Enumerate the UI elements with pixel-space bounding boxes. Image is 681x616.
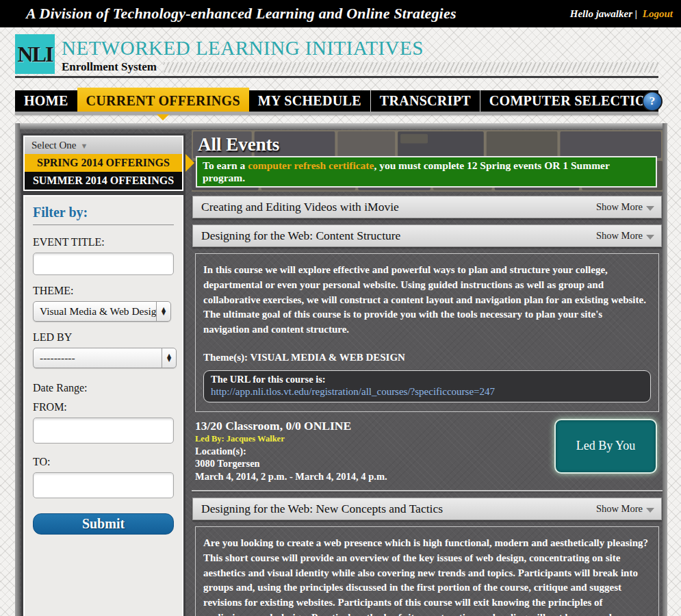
course-detail-panel: In this course we will explore effective… [195,253,659,412]
submit-button[interactable]: Submit [33,513,174,535]
course-url-box: The URL for this course is: http://app.n… [203,370,651,402]
nav-item-transcript[interactable]: TRANSCRIPT [370,90,480,112]
event-title-label: EVENT TITLE: [33,236,174,248]
led-by-select-value: ---------- [34,352,162,364]
show-more-toggle[interactable]: Show More [596,503,654,515]
led-by-label: LED BY [33,331,174,344]
course-header[interactable]: Designing for the Web: New Concepts and … [192,498,662,520]
greeting-text: Hello jawalker | [570,8,637,19]
selected-season-arrow-icon [185,154,194,172]
course-header[interactable]: Creating and Editing Videos with iMovie … [192,196,662,218]
theme-label: THEME: [33,285,174,297]
season-selector: Select One ▼ SPRING 2014 OFFERINGS SUMME… [21,133,185,193]
chevron-down-icon [646,508,654,513]
container-right-edge [663,123,667,616]
course-title: Designing for the Web: New Concepts and … [201,502,443,516]
user-area: Hello jawalker | Logout [570,8,673,20]
theme-select-value: Visual Media & Web Design [34,305,156,318]
division-title: A Division of Technology-enhanced Learni… [26,5,457,23]
page-root: A Division of Technology-enhanced Learni… [0,0,681,616]
certificate-notice: To earn a computer refresh certificate, … [196,156,657,188]
certificate-link[interactable]: computer refresh certificate [248,159,374,171]
chevron-down-icon: ▼ [80,142,88,150]
brand-header: NLI NETWORKED LEARNING INITIATIVES Enrol… [15,34,658,74]
course-description: In this course we will explore effective… [203,263,651,337]
org-name: NETWORKED LEARNING INITIATIVES [62,38,658,58]
nav-underbar [15,112,658,115]
content-container: Select One ▼ SPRING 2014 OFFERINGS SUMME… [15,123,667,616]
stripes-decoration [164,62,658,73]
to-date-input[interactable] [33,472,174,498]
from-label: FROM: [33,401,174,413]
nli-logo: NLI [15,34,55,74]
show-more-toggle[interactable]: Show More [596,201,654,213]
course-separator [192,490,663,491]
theme-select[interactable]: Visual Media & Web Design ▲▼ [33,301,171,322]
filter-panel: Filter by: EVENT TITLE: THEME: Visual Me… [21,193,185,616]
season-selector-header[interactable]: Select One ▼ [25,137,182,154]
date-range-label: Date Range: [33,382,174,394]
from-date-input[interactable] [33,418,174,444]
led-by-you-button[interactable]: Led By You [554,419,657,474]
filter-title: Filter by: [33,205,174,220]
app-name: Enrollment System [62,60,157,74]
nav-item-computer-selection[interactable]: COMPUTER SELECTION [480,90,665,112]
top-banner: A Division of Technology-enhanced Learni… [0,0,681,27]
select-stepper-icon: ▲▼ [156,302,170,321]
course-url-label: The URL for this course is: [211,374,643,385]
show-more-toggle[interactable]: Show More [596,230,654,242]
nav-item-current-offerings[interactable]: CURRENT OFFERINGS [77,88,249,112]
select-stepper-icon: ▲▼ [162,348,176,368]
nav-item-my-schedule[interactable]: MY SCHEDULE [249,90,370,112]
course-url-link[interactable]: http://app.nli.tlos.vt.edu/registration/… [211,386,495,397]
header-divider [15,76,658,78]
nli-logo-text: NLI [18,42,53,67]
page-title: All Events [192,130,663,155]
season-option-spring[interactable]: SPRING 2014 OFFERINGS [25,154,182,172]
course-description: Are you looking to create a web presence… [203,536,651,616]
nav-item-home[interactable]: HOME [15,90,77,112]
course-themes: Theme(s): VISUAL MEDIA & WEB DESIGN [203,352,651,363]
filter-divider [33,224,174,225]
container-left-edge [15,123,20,616]
help-icon[interactable]: ? [642,91,663,112]
active-tab-pointer-icon [157,114,169,120]
main-nav: HOME CURRENT OFFERINGS MY SCHEDULE TRANS… [15,90,658,112]
logout-link[interactable]: Logout [643,8,673,19]
chevron-down-icon [646,235,654,240]
season-option-summer[interactable]: SUMMER 2014 OFFERINGS [25,172,182,190]
course-title: Creating and Editing Videos with iMovie [201,200,399,214]
event-title-input[interactable] [33,253,174,275]
led-by-select[interactable]: ---------- ▲▼ [33,348,177,368]
course-header[interactable]: Designing for the Web: Content Structure… [192,224,662,247]
course-title: Designing for the Web: Content Structure [201,229,400,243]
enrollment-info: 13/20 Classroom, 0/0 ONLINE Led By: Jacq… [195,419,659,483]
main-content: All Events To earn a computer refresh ce… [192,130,663,616]
chevron-down-icon [646,206,654,211]
to-label: TO: [33,456,174,468]
page-header: All Events To earn a computer refresh ce… [192,130,663,192]
course-detail-panel: Are you looking to create a web presence… [195,526,659,616]
